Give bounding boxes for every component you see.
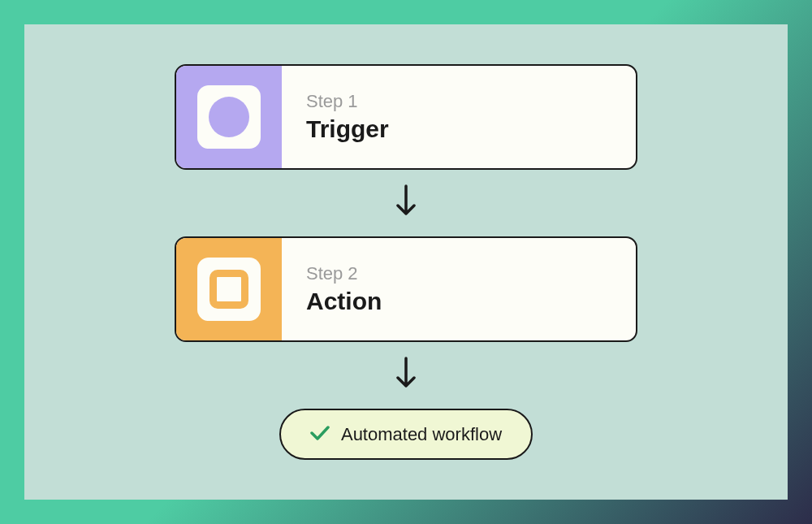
trigger-icon-box	[176, 66, 282, 168]
workflow-diagram: Step 1 Trigger Step 2 Action Automa	[24, 24, 788, 500]
square-icon	[209, 270, 248, 309]
step-label: Step 1	[306, 91, 611, 112]
icon-frame	[197, 258, 261, 321]
arrow-down-icon	[395, 357, 417, 394]
result-pill: Automated workflow	[279, 409, 533, 460]
step-label: Step 2	[306, 263, 611, 284]
icon-frame	[197, 85, 261, 149]
step-content: Step 1 Trigger	[282, 66, 636, 168]
result-text: Automated workflow	[341, 424, 502, 445]
step-card-trigger: Step 1 Trigger	[175, 64, 637, 170]
step-card-action: Step 2 Action	[175, 236, 637, 342]
checkmark-icon	[310, 422, 330, 447]
arrow-down-icon	[395, 184, 417, 222]
step-title: Trigger	[306, 115, 611, 143]
step-title: Action	[306, 288, 611, 315]
step-content: Step 2 Action	[282, 238, 636, 340]
circle-icon	[209, 97, 249, 137]
action-icon-box	[176, 238, 282, 340]
